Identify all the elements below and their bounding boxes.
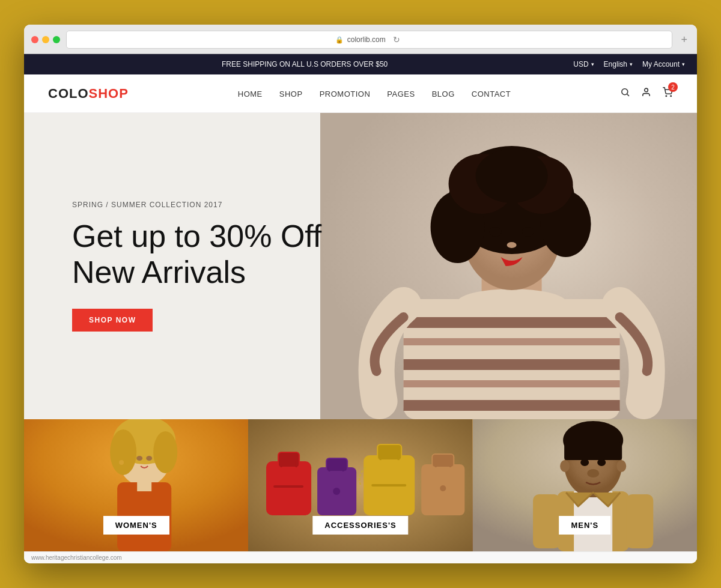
hero-content: SPRING / SUMMER COLLECTION 2017 Get up t… xyxy=(24,201,370,332)
currency-label: USD xyxy=(573,60,588,68)
category-mens-label: MEN'S xyxy=(559,516,610,535)
svg-point-33 xyxy=(146,456,152,461)
user-icon[interactable] xyxy=(641,87,651,100)
svg-point-23 xyxy=(522,227,534,237)
svg-point-34 xyxy=(119,460,124,465)
hero-title-line2: New Arrivals xyxy=(72,255,246,289)
url-text: colorlib.com xyxy=(347,35,386,44)
hero-section: SPRING / SUMMER COLLECTION 2017 Get up t… xyxy=(24,113,697,419)
nav-item-shop[interactable]: SHOP xyxy=(279,88,303,99)
svg-point-0 xyxy=(622,89,628,95)
account-dropdown[interactable]: My Account ▾ xyxy=(642,60,685,68)
svg-point-24 xyxy=(507,242,516,248)
hero-title: Get up to 30% Off New Arrivals xyxy=(72,219,321,291)
reload-button[interactable]: ↻ xyxy=(389,34,404,46)
svg-rect-9 xyxy=(403,338,619,345)
nav-item-pages[interactable]: PAGES xyxy=(387,88,415,99)
status-bar: www.heritagechristiancollege.com xyxy=(24,551,697,563)
svg-point-3 xyxy=(666,95,666,96)
logo-colo: COLO xyxy=(48,86,89,101)
logo[interactable]: COLOSHOP xyxy=(48,86,129,102)
hero-subtitle: SPRING / SUMMER COLLECTION 2017 xyxy=(72,201,321,209)
cart-icon[interactable]: 2 xyxy=(662,87,673,100)
category-mens[interactable]: MEN'S xyxy=(473,419,697,551)
account-chevron-icon: ▾ xyxy=(682,61,685,67)
nav-icons: 2 xyxy=(620,87,673,100)
svg-point-2 xyxy=(645,88,648,92)
language-chevron-icon: ▾ xyxy=(630,61,633,67)
category-accessories[interactable]: ACCESSORIES'S xyxy=(248,419,472,551)
nav-item-contact[interactable]: CONTACT xyxy=(472,88,511,99)
nav-item-home[interactable]: HOME xyxy=(238,88,263,99)
svg-rect-40 xyxy=(273,485,303,488)
browser-window: 🔒 colorlib.com ↻ + FREE SHIPPING ON ALL … xyxy=(24,25,697,563)
cart-badge: 2 xyxy=(668,82,678,92)
svg-rect-50 xyxy=(372,484,407,486)
svg-point-14 xyxy=(457,289,565,315)
announcement-text: FREE SHIPPING ON ALL U.S ORDERS OVER $50 xyxy=(36,60,573,68)
status-url: www.heritagechristiancollege.com xyxy=(31,554,122,561)
svg-rect-12 xyxy=(403,400,619,411)
categories-section: WOMEN'S xyxy=(24,419,697,551)
svg-rect-31 xyxy=(137,479,151,491)
svg-point-4 xyxy=(671,95,671,96)
svg-point-67 xyxy=(587,469,599,477)
hero-image xyxy=(320,113,697,419)
nav-link-pages[interactable]: PAGES xyxy=(387,89,415,99)
nav-link-blog[interactable]: BLOG xyxy=(432,89,455,99)
nav-links: HOME SHOP PROMOTION PAGES BLOG CONTACT xyxy=(238,88,511,99)
top-right-controls: USD ▾ English ▾ My Account ▾ xyxy=(573,60,685,68)
search-icon[interactable] xyxy=(620,87,630,100)
svg-point-32 xyxy=(136,456,142,461)
svg-point-65 xyxy=(580,459,589,466)
svg-point-63 xyxy=(560,460,570,472)
new-tab-button[interactable]: + xyxy=(678,32,690,47)
svg-rect-69 xyxy=(626,494,653,548)
svg-point-29 xyxy=(153,431,177,473)
category-womens[interactable]: WOMEN'S xyxy=(24,419,248,551)
svg-point-28 xyxy=(110,429,136,475)
main-nav: COLOSHOP HOME SHOP PROMOTION PAGES BLOG … xyxy=(24,74,697,113)
logo-shop: SHOP xyxy=(89,86,129,101)
nav-item-blog[interactable]: BLOG xyxy=(432,88,455,99)
announcement-bar: FREE SHIPPING ON ALL U.S ORDERS OVER $50… xyxy=(24,54,697,74)
browser-chrome: 🔒 colorlib.com ↻ + xyxy=(24,25,697,54)
nav-item-promotion[interactable]: PROMOTION xyxy=(320,88,371,99)
language-dropdown[interactable]: English ▾ xyxy=(604,60,633,68)
maximize-button[interactable] xyxy=(53,36,60,43)
nav-link-home[interactable]: HOME xyxy=(238,89,263,99)
hero-title-line1: Get up to 30% Off xyxy=(72,219,321,253)
svg-point-21 xyxy=(475,149,547,203)
svg-line-1 xyxy=(627,94,629,96)
svg-point-55 xyxy=(440,485,446,491)
address-bar[interactable]: 🔒 colorlib.com ↻ xyxy=(66,31,672,49)
svg-point-45 xyxy=(333,488,340,495)
category-accessories-label: ACCESSORIES'S xyxy=(312,516,408,535)
category-womens-label: WOMEN'S xyxy=(103,516,169,535)
traffic-lights xyxy=(31,36,60,43)
svg-point-66 xyxy=(597,459,606,466)
svg-rect-10 xyxy=(403,359,619,370)
svg-point-22 xyxy=(489,227,501,237)
svg-rect-68 xyxy=(533,494,560,548)
close-button[interactable] xyxy=(31,36,38,43)
svg-point-64 xyxy=(616,460,626,472)
account-label: My Account xyxy=(642,60,680,68)
svg-rect-8 xyxy=(403,317,619,328)
svg-rect-36 xyxy=(266,461,311,515)
svg-rect-62 xyxy=(564,442,622,460)
lock-icon: 🔒 xyxy=(335,36,344,44)
minimize-button[interactable] xyxy=(42,36,49,43)
hero-shop-now-button[interactable]: SHOP NOW xyxy=(72,309,153,332)
svg-rect-11 xyxy=(403,380,619,387)
language-label: English xyxy=(604,60,627,68)
currency-dropdown[interactable]: USD ▾ xyxy=(573,60,594,68)
nav-link-promotion[interactable]: PROMOTION xyxy=(320,89,371,99)
currency-chevron-icon: ▾ xyxy=(591,61,594,67)
nav-link-shop[interactable]: SHOP xyxy=(279,89,303,99)
nav-link-contact[interactable]: CONTACT xyxy=(472,89,511,99)
